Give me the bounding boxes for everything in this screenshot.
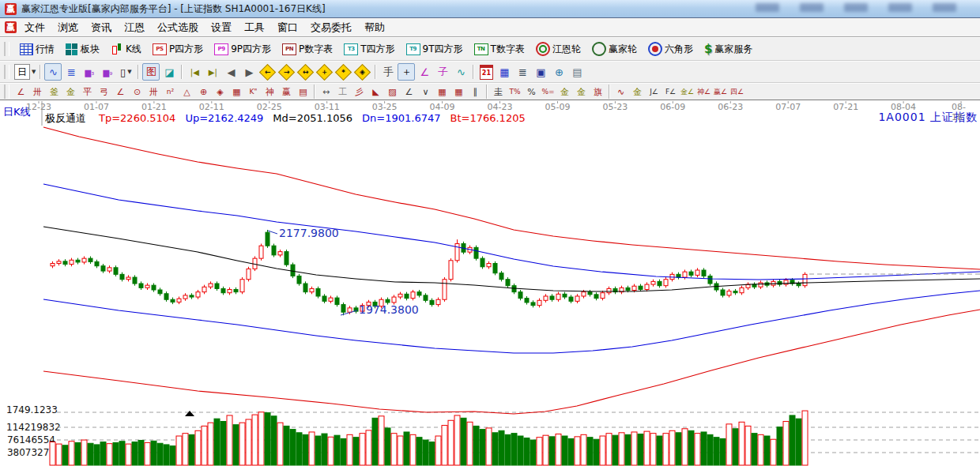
- bars-9-icon[interactable]: ▆₉: [99, 63, 116, 81]
- shen-lines-icon[interactable]: 神: [262, 85, 278, 100]
- volume-profile-icon[interactable]: ◪: [160, 63, 178, 81]
- compass-tool-icon[interactable]: ∠: [13, 85, 29, 100]
- stats-bars-icon[interactable]: 圭: [490, 85, 507, 100]
- chart-style-icon[interactable]: ∿: [44, 63, 62, 81]
- angle-compass-icon[interactable]: ∠: [112, 85, 129, 100]
- workstation-icon[interactable]: ▤: [568, 63, 586, 81]
- menu-item-3[interactable]: 江恩: [118, 19, 151, 36]
- prev-page-icon[interactable]: ◀: [222, 63, 239, 81]
- gann-wheel-button[interactable]: 江恩轮: [532, 40, 585, 58]
- menu-item-6[interactable]: 工具: [238, 19, 271, 36]
- n-square-icon[interactable]: n²: [162, 85, 179, 100]
- menu-item-2[interactable]: 资讯: [85, 19, 118, 36]
- toolbar-grip[interactable]: [4, 65, 9, 79]
- golden-gann-icon[interactable]: 釜: [46, 85, 62, 100]
- gold-line-icon[interactable]: 金: [573, 85, 590, 100]
- hand-tool-icon[interactable]: 手: [379, 63, 397, 81]
- menu-item-8[interactable]: 交易委托: [304, 19, 358, 36]
- sector-button[interactable]: 板块: [62, 41, 104, 58]
- zoom-left-icon[interactable]: ←: [258, 63, 277, 81]
- zigzag-icon[interactable]: ∨: [417, 85, 434, 100]
- gold-angle-icon[interactable]: 金∠: [679, 85, 695, 100]
- time-circle-icon[interactable]: ⊙: [129, 85, 145, 100]
- wave-line-icon[interactable]: ∿: [612, 85, 629, 100]
- four-angle-icon[interactable]: 四∠: [729, 85, 745, 100]
- wave-tool-icon[interactable]: ∿: [452, 63, 469, 81]
- first-page-icon[interactable]: |◀: [186, 63, 203, 81]
- gann-lines-icon[interactable]: 卅: [29, 85, 46, 100]
- toolbar-grip[interactable]: [4, 85, 9, 99]
- grid-red2-icon[interactable]: ▦: [450, 85, 467, 100]
- percent-line-icon[interactable]: T%: [507, 85, 523, 100]
- nine-t-square-button[interactable]: T99T四方形: [402, 41, 467, 58]
- menu-item-0[interactable]: 文件: [18, 19, 51, 36]
- win-angle-icon[interactable]: 赢∠: [712, 85, 729, 100]
- percent-icon[interactable]: %: [523, 85, 540, 100]
- save-icon[interactable]: ▣: [532, 63, 549, 81]
- candle-type-selector[interactable]: ▯▼: [117, 63, 134, 81]
- spider-web-icon[interactable]: ◈: [212, 85, 228, 100]
- zoom-out-icon[interactable]: ＊: [334, 63, 352, 81]
- golden-lines-icon[interactable]: 金: [62, 85, 79, 100]
- pan-all-icon[interactable]: ◈: [353, 63, 371, 81]
- grid-red-icon[interactable]: ▦: [434, 85, 450, 100]
- chart-area[interactable]: 日K线 1A0001 上证指数 极反通道Tp=2260.5104Up=2162.…: [0, 100, 980, 466]
- fan-box-icon[interactable]: ◣: [368, 85, 384, 100]
- notes-icon[interactable]: ≣: [514, 63, 531, 81]
- period-selector[interactable]: 日▼: [13, 63, 36, 81]
- angle-mirror-icon[interactable]: △: [179, 85, 195, 100]
- candle-body: [537, 300, 541, 305]
- nine-p-square-button[interactable]: P99P四方形: [210, 41, 275, 58]
- market-quotes-button[interactable]: 行情: [16, 41, 58, 58]
- p-square-button[interactable]: PSP四方形: [149, 41, 207, 58]
- bars-3-icon[interactable]: ▆₃: [81, 63, 98, 81]
- toolbar-grip[interactable]: [4, 42, 9, 56]
- kline-button[interactable]: K线: [107, 41, 145, 58]
- gann-shape-tool-icon[interactable]: 子: [434, 63, 451, 81]
- trend-angle-icon[interactable]: ∠: [401, 85, 417, 100]
- spiral-icon[interactable]: 弓: [96, 85, 112, 100]
- grid-web-icon[interactable]: ▦: [228, 85, 245, 100]
- f-angle-icon[interactable]: F∠: [662, 85, 679, 100]
- parallel-lines-icon[interactable]: ∥: [467, 85, 484, 100]
- menu-item-5[interactable]: 设置: [205, 19, 238, 36]
- gold-band-icon[interactable]: 金: [629, 85, 646, 100]
- crosshair-tool-icon[interactable]: ＋: [398, 63, 415, 81]
- line-group-icon[interactable]: 卅: [145, 85, 162, 100]
- hexagon-button[interactable]: 六角形: [644, 40, 697, 58]
- t-square-button[interactable]: T3T四方形: [340, 41, 398, 58]
- info-list-icon[interactable]: ≣: [62, 63, 80, 81]
- target-cross-icon[interactable]: ⊕: [195, 85, 212, 100]
- calendar-icon[interactable]: 21: [477, 63, 495, 81]
- zoom-in-icon[interactable]: ＋: [315, 63, 334, 81]
- next-page-icon[interactable]: ▶: [240, 63, 258, 81]
- flag-pencil-icon[interactable]: 旗: [590, 85, 606, 100]
- t-number-table-button[interactable]: TNT数字表: [470, 41, 529, 58]
- percent-eq-icon[interactable]: %=: [540, 85, 556, 100]
- gold-circle-icon[interactable]: 金: [556, 85, 573, 100]
- j-angle-icon[interactable]: J∠: [646, 85, 662, 100]
- calculator-icon[interactable]: ▦: [496, 63, 513, 81]
- menu-item-4[interactable]: 公式选股: [151, 19, 205, 36]
- winner-service-button[interactable]: $赢家服务: [700, 41, 756, 58]
- menu-item-7[interactable]: 窗口: [271, 19, 304, 36]
- measure-icon[interactable]: ↔: [318, 85, 334, 100]
- pattern-red-icon[interactable]: 图: [142, 63, 160, 81]
- web-data-icon[interactable]: ⊕: [550, 63, 567, 81]
- k-mark-icon[interactable]: K": [245, 85, 262, 100]
- zoom-right-icon[interactable]: →: [277, 63, 296, 81]
- menu-item-1[interactable]: 浏览: [51, 19, 85, 36]
- flat-lines-icon[interactable]: 平: [79, 85, 96, 100]
- zoom-horizontal-icon[interactable]: ↔: [296, 63, 315, 81]
- win-lines-icon[interactable]: 赢: [278, 85, 295, 100]
- shen-angle-icon[interactable]: 神∠: [695, 85, 712, 100]
- winner-wheel-button[interactable]: 赢家轮: [588, 40, 641, 58]
- frame-tool-icon[interactable]: 工: [334, 85, 351, 100]
- menu-item-9[interactable]: 帮助: [358, 19, 391, 36]
- last-page-icon[interactable]: ▶|: [204, 63, 221, 81]
- fan-box2-icon[interactable]: ▨: [384, 85, 401, 100]
- angle-tool-icon[interactable]: ∠: [416, 63, 433, 81]
- fan-lines-icon[interactable]: 彡: [351, 85, 368, 100]
- p-number-table-button[interactable]: PNP数字表: [278, 41, 337, 58]
- ruler-123-icon[interactable]: ▤: [295, 85, 311, 100]
